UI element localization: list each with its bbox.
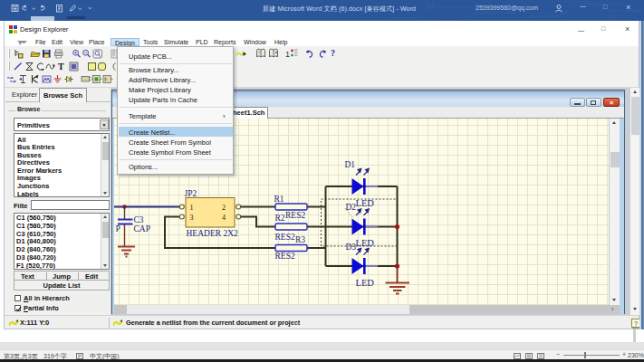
svg-text:JP2: JP2	[185, 189, 197, 198]
svg-text:LED: LED	[356, 198, 375, 208]
svg-text:P: P	[116, 224, 120, 233]
svg-text:3: 3	[190, 214, 194, 222]
svg-text:R1: R1	[274, 195, 284, 204]
svg-text:2: 2	[222, 204, 226, 212]
svg-text:R3: R3	[295, 235, 305, 244]
svg-text:RES2: RES2	[275, 233, 295, 242]
svg-text:LED: LED	[356, 238, 375, 248]
svg-text:CAP: CAP	[134, 224, 150, 233]
svg-text:1: 1	[190, 204, 194, 212]
svg-text:1: 1	[285, 50, 290, 59]
svg-text:R2: R2	[275, 214, 285, 223]
svg-text:RES2: RES2	[285, 211, 305, 220]
svg-text:4: 4	[222, 214, 226, 222]
svg-text:C3: C3	[134, 215, 144, 224]
svg-text:D1: D1	[345, 160, 356, 169]
svg-text:RES2: RES2	[275, 252, 295, 261]
svg-text:HEADER 2X2: HEADER 2X2	[187, 229, 239, 238]
svg-text:LED: LED	[356, 278, 375, 288]
